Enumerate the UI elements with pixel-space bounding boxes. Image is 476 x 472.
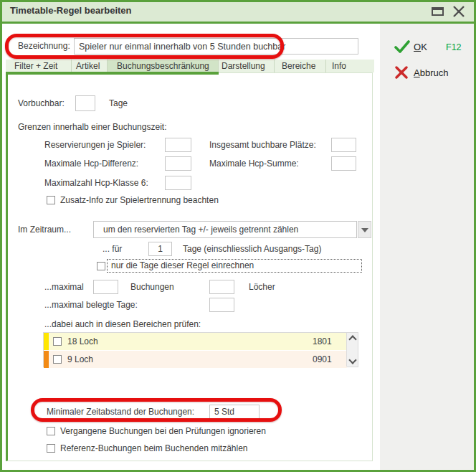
vergangene-label: Vergangene Buchungen bei den Prüfungen i… <box>60 426 266 436</box>
close-button[interactable] <box>452 4 466 19</box>
hcp-differenz-input[interactable] <box>165 156 191 171</box>
fuer-tage-input[interactable] <box>148 242 172 256</box>
hcp-klasse6-label: Maximalzahl Hcp-Klasse 6: <box>44 178 148 188</box>
list-item-9-loch[interactable]: 9 Loch 0901 <box>44 351 347 368</box>
loecher-label: Löcher <box>249 282 275 292</box>
vorbuchbar-label: Vorbuchbar: <box>18 98 65 108</box>
tab-buchungsbeschraenkung[interactable]: Buchungsbeschränkung <box>108 60 219 72</box>
scroll-down-icon[interactable] <box>348 356 356 364</box>
hcp-summe-label: Maximale Hcp-Summe: <box>209 159 299 169</box>
nur-tage-checkbox[interactable] <box>97 262 105 270</box>
nur-tage-label: nur die Tage dieser Regel einrechnen <box>111 260 254 270</box>
color-chip <box>44 351 49 368</box>
hcp-klasse6-input[interactable] <box>165 176 191 190</box>
nur-tage-focus-rect: nur die Tage dieser Regel einrechnen <box>107 259 362 273</box>
bereich-name: 9 Loch <box>67 351 93 368</box>
tab-artikel[interactable]: Artikel <box>72 60 108 72</box>
scroll-up-icon[interactable] <box>348 335 356 343</box>
hcp-differenz-label: Maximale Hcp-Differenz: <box>44 159 138 169</box>
belegte-tage-label: ...maximal belegte Tage: <box>44 300 138 310</box>
bereich-checkbox[interactable] <box>53 355 62 364</box>
ok-shortcut: F12 <box>446 42 462 52</box>
grenzen-heading: Grenzen innerhalb einer Buchungszeit: <box>18 122 166 132</box>
bezeichnung-input[interactable] <box>74 38 358 55</box>
ok-label: OK <box>414 42 427 52</box>
fuer-unit-label: Tage (einschliesslich Ausgangs-Tag) <box>183 244 321 254</box>
list-item-18-loch[interactable]: 18 Loch 1801 <box>44 333 347 351</box>
dialog-window: Timetable-Regel bearbeiten OK F12 Abbruc… <box>0 0 476 472</box>
tab-strip: Filter + Zeit Artikel Buchungsbeschränku… <box>6 60 374 72</box>
buchungen-label: Buchungen <box>130 282 174 292</box>
zeitabstand-input[interactable] <box>209 405 260 419</box>
bereich-checkbox[interactable] <box>53 337 62 346</box>
abbruch-button[interactable]: Abbruch <box>387 63 470 82</box>
zusatz-info-checkbox[interactable] <box>47 196 55 204</box>
referenz-checkbox[interactable] <box>47 444 55 453</box>
bereiche-listbox: 18 Loch 1801 9 Loch 0901 <box>43 332 358 367</box>
loecher-input[interactable] <box>209 280 234 294</box>
maximize-button[interactable] <box>432 7 444 16</box>
tab-filter-zeit[interactable]: Filter + Zeit <box>6 60 72 72</box>
tab-info[interactable]: Info <box>326 60 374 72</box>
bezeichnung-label: Bezeichnung: <box>18 41 70 51</box>
active-tab-underline <box>6 72 219 75</box>
vergangene-checkbox[interactable] <box>47 427 55 435</box>
hcp-summe-input[interactable] <box>331 156 356 171</box>
zusatz-info-label: Zusatz-Info zur Spielertrennung beachten <box>60 195 219 205</box>
chevron-down-icon <box>361 228 368 232</box>
tab-darstellung[interactable]: Darstellung <box>219 60 275 72</box>
side-panel <box>380 24 474 470</box>
bereich-name: 18 Loch <box>67 333 98 350</box>
abbruch-label: Abbruch <box>414 67 448 78</box>
window-title: Timetable-Regel bearbeiten <box>10 5 132 16</box>
maximal-label: ...maximal <box>44 282 84 292</box>
check-icon <box>394 40 410 55</box>
vorbuchbar-input[interactable] <box>75 95 95 111</box>
zeitraum-dropdown[interactable]: um den reservierten Tag +/- jeweils getr… <box>93 221 357 238</box>
list-scrollbar[interactable] <box>346 333 358 367</box>
fuer-label: ... für <box>103 244 122 254</box>
x-icon <box>395 66 408 81</box>
referenz-label: Referenz-Buchungen beim Buchenden mitzäh… <box>60 443 248 453</box>
color-chip <box>44 333 49 350</box>
reservierungen-label: Reservierungen je Spieler: <box>44 140 146 150</box>
bereiche-pruefen-label: ...dabei auch in diesen Bereichen prüfen… <box>44 319 201 329</box>
dropdown-arrow-button[interactable] <box>358 221 371 238</box>
plaetze-input[interactable] <box>331 138 356 152</box>
ok-button[interactable]: OK F12 <box>387 37 470 56</box>
tab-bereiche[interactable]: Bereiche <box>275 60 326 72</box>
im-zeitraum-label: Im Zeitraum... <box>18 225 71 235</box>
reservierungen-input[interactable] <box>165 138 191 152</box>
buchungen-input[interactable] <box>93 280 118 294</box>
vorbuchbar-unit-label: Tage <box>109 98 128 108</box>
close-icon <box>452 4 466 19</box>
plaetze-label: Insgesamt buchbare Plätze: <box>209 140 316 150</box>
zeitabstand-label: Minimaler Zeitabstand der Buchungen: <box>47 407 194 417</box>
belegte-tage-input[interactable] <box>209 298 234 312</box>
